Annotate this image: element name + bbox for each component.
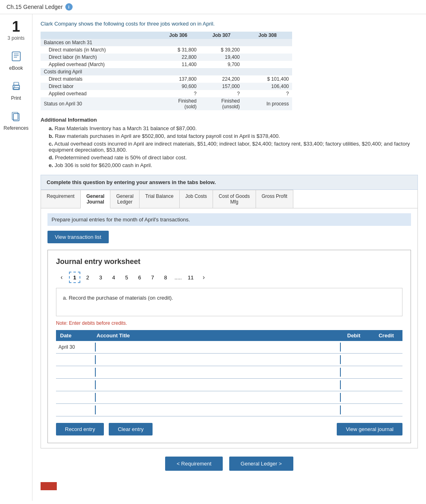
table-row <box>56 379 402 391</box>
book-icon <box>9 49 24 64</box>
account-cell-4[interactable] <box>93 379 338 391</box>
credit-input-1[interactable] <box>372 343 400 352</box>
debit-cell-6[interactable] <box>338 404 370 416</box>
debit-input-6[interactable] <box>340 405 368 414</box>
tab-general-journal[interactable]: GeneralJournal <box>81 190 111 208</box>
debit-cell-1[interactable] <box>338 341 370 354</box>
account-cell-6[interactable] <box>93 404 338 416</box>
row-oh-april-label: Applied overhead <box>41 90 157 97</box>
page-1-button[interactable]: 1 <box>69 272 80 283</box>
credit-input-6[interactable] <box>372 405 400 414</box>
date-cell-3 <box>56 366 93 379</box>
row-dm-april-307: 224,200 <box>200 75 243 83</box>
action-buttons: Record entry Clear entry View general jo… <box>56 423 402 435</box>
next-page-button[interactable]: › <box>198 272 209 283</box>
credit-cell-4[interactable] <box>370 379 402 391</box>
row-status-307: Finished(unsold) <box>200 97 243 110</box>
debit-cell-2[interactable] <box>338 354 370 366</box>
date-cell-4 <box>56 379 93 391</box>
row-dm-march-label: Direct materials (in March) <box>41 46 157 54</box>
row-dl-april-308: 106,400 <box>243 83 292 90</box>
view-general-journal-button[interactable]: View general journal <box>337 423 402 435</box>
clear-entry-button[interactable]: Clear entry <box>109 423 153 435</box>
tab-general-ledger[interactable]: GeneralLedger <box>110 190 140 208</box>
page-7-button[interactable]: 7 <box>147 272 158 283</box>
tab-job-costs[interactable]: Job Costs <box>180 190 213 208</box>
next-nav-button[interactable]: General Ledger > <box>229 457 293 471</box>
account-cell-3[interactable] <box>93 366 338 379</box>
question-intro: Clark Company shows the following costs … <box>41 21 418 27</box>
page-2-button[interactable]: 2 <box>82 272 93 283</box>
credit-input-2[interactable] <box>372 355 400 364</box>
credit-cell-2[interactable] <box>370 354 402 366</box>
row-dl-march-label: Direct labor (in March) <box>41 54 157 61</box>
account-cell-1[interactable] <box>93 341 338 354</box>
debit-input-2[interactable] <box>340 355 368 364</box>
col-header-job307: Job 307 <box>200 32 243 39</box>
debit-input-1[interactable] <box>340 343 368 352</box>
page-6-button[interactable]: 6 <box>134 272 145 283</box>
view-transaction-button[interactable]: View transaction list <box>47 231 109 243</box>
debit-cell-5[interactable] <box>338 391 370 404</box>
sidebar-item-print[interactable]: Print <box>9 79 24 101</box>
tab-cost-of-goods[interactable]: Cost of GoodsMfg <box>213 190 256 208</box>
debit-cell-4[interactable] <box>338 379 370 391</box>
account-cell-5[interactable] <box>93 391 338 404</box>
page-dots: ..... <box>174 275 182 281</box>
credit-cell-3[interactable] <box>370 366 402 379</box>
row-status-label: Status on April 30 <box>41 97 157 110</box>
account-input-5[interactable] <box>95 393 335 402</box>
account-input-2[interactable] <box>95 355 335 364</box>
tab-content-area: Prepare journal entries for the month of… <box>41 208 417 448</box>
sidebar-item-ebook[interactable]: eBook <box>9 49 24 71</box>
row-oh-march-308 <box>243 61 292 68</box>
debit-cell-3[interactable] <box>338 366 370 379</box>
references-label: References <box>4 125 28 131</box>
section-april: Costs during April <box>41 68 292 75</box>
page-11-button[interactable]: 11 <box>185 272 196 283</box>
credit-cell-6[interactable] <box>370 404 402 416</box>
account-cell-2[interactable] <box>93 354 338 366</box>
info-item-a: a. Raw Materials Inventory has a March 3… <box>49 125 418 131</box>
info-item-b: b. Raw materials purchases in April are … <box>49 133 418 139</box>
record-entry-button[interactable]: Record entry <box>56 423 104 435</box>
info-item-d: d. Predetermined overhead rate is 50% of… <box>49 154 418 161</box>
credit-cell-1[interactable] <box>370 341 402 354</box>
row-dm-march-308 <box>243 46 292 54</box>
tab-trial-balance[interactable]: Trial Balance <box>140 190 180 208</box>
prev-page-button[interactable]: ‹ <box>56 272 67 283</box>
credit-input-5[interactable] <box>372 393 400 402</box>
prev-nav-button[interactable]: < Requirement <box>165 457 223 471</box>
debit-input-3[interactable] <box>340 368 368 377</box>
debit-input-4[interactable] <box>340 380 368 389</box>
instruction-bar: Complete this question by entering your … <box>41 175 418 190</box>
debit-input-5[interactable] <box>340 393 368 402</box>
account-input-6[interactable] <box>95 405 335 414</box>
date-cell-2 <box>56 354 93 366</box>
account-input-1[interactable] <box>95 343 335 352</box>
points-text: points <box>12 35 25 41</box>
top-bar: Ch.15 General Ledger i <box>0 0 426 14</box>
row-oh-march-307: 9,700 <box>200 61 243 68</box>
tab-gross-profit[interactable]: Gross Profit <box>256 190 293 208</box>
page-8-button[interactable]: 8 <box>160 272 171 283</box>
info-icon[interactable]: i <box>65 3 73 11</box>
table-row <box>56 391 402 404</box>
table-row <box>56 404 402 416</box>
date-cell-1: April 30 <box>56 341 93 354</box>
credit-cell-5[interactable] <box>370 391 402 404</box>
sidebar-item-references[interactable]: References <box>4 109 28 131</box>
tab-requirement[interactable]: Requirement <box>41 190 81 208</box>
account-input-3[interactable] <box>95 368 335 377</box>
col-header-job306: Job 306 <box>157 32 200 39</box>
page-5-button[interactable]: 5 <box>121 272 132 283</box>
table-row <box>56 354 402 366</box>
page-title: Ch.15 General Ledger <box>6 4 63 10</box>
account-input-4[interactable] <box>95 380 335 389</box>
page-3-button[interactable]: 3 <box>95 272 106 283</box>
col-account-header: Account Title <box>93 330 338 341</box>
credit-input-3[interactable] <box>372 368 400 377</box>
main-layout: 1 3 points eBook <box>0 14 426 501</box>
credit-input-4[interactable] <box>372 380 400 389</box>
page-4-button[interactable]: 4 <box>108 272 119 283</box>
